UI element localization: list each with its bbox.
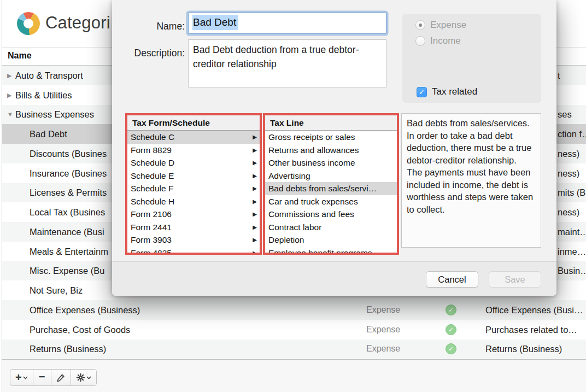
category-description: ness): [558, 207, 579, 218]
tax-line-item-label: Gross receipts or sales: [268, 132, 355, 142]
category-name: Misc. Expense (Bu: [30, 266, 105, 276]
tax-line-item[interactable]: Returns and allowances: [265, 144, 397, 157]
category-name: Local Tax (Busines: [30, 207, 105, 218]
category-name: Discounts (Busines: [30, 148, 107, 159]
tax-form-item-label: Schedule D: [131, 158, 174, 167]
table-row[interactable]: Office Expenses (Business) Expense ✓ Off…: [2, 300, 586, 320]
tax-form-item[interactable]: Schedule F ▶: [127, 182, 260, 195]
tax-line-description-box: Bad debts from sales/services. In order …: [401, 113, 541, 248]
submenu-arrow-icon: ▶: [253, 131, 257, 144]
submenu-arrow-icon: ▶: [253, 233, 257, 247]
tax-form-item[interactable]: Form 4835 ▶: [127, 247, 260, 254]
tax-form-list: Schedule C ▶ Form 8829 ▶ Schedule D ▶: [127, 131, 260, 253]
category-name: Purchase, Cost of Goods: [30, 324, 130, 335]
category-name: Maintenance (Busi: [30, 226, 104, 237]
submenu-arrow-icon: ▶: [253, 182, 257, 195]
edit-category-button[interactable]: [51, 370, 71, 385]
disclosure-triangle-icon[interactable]: ▼: [7, 111, 16, 118]
income-radio: [415, 36, 425, 46]
remove-category-button[interactable]: −: [33, 370, 51, 385]
tax-form-item[interactable]: Schedule D ▶: [127, 156, 260, 169]
tax-form-item-label: Form 8829: [131, 145, 172, 155]
category-description: ness): [558, 148, 579, 159]
minus-icon: −: [39, 371, 45, 382]
category-type: Expense: [366, 344, 400, 354]
pencil-icon: [56, 373, 66, 382]
tax-related-label: Tax related: [432, 86, 477, 97]
category-name: Bills & Utilities: [15, 90, 72, 100]
description-label: Description:: [112, 48, 185, 59]
add-category-button[interactable]: +: [10, 370, 33, 385]
income-radio-label: Income: [430, 36, 461, 46]
category-name: Licenses & Permits: [30, 188, 107, 198]
tax-related-row: ✓ Tax related: [417, 86, 477, 97]
table-row[interactable]: Returns (Business) Expense ✓ Returns (Bu…: [2, 340, 586, 359]
tax-form-item[interactable]: Schedule E ▶: [127, 169, 260, 183]
tax-form-item-label: Schedule E: [131, 171, 174, 180]
category-name: Auto & Transport: [15, 70, 83, 80]
disclosure-triangle-icon[interactable]: ▶: [7, 72, 16, 79]
tax-line-item-label: Bad debts from sales/servi…: [268, 184, 377, 193]
toolbar-button-group: + −: [10, 369, 97, 386]
category-name: Insurance (Busines: [30, 168, 107, 178]
income-radio-row: Income: [415, 36, 461, 46]
tax-line-item[interactable]: Employee benefit programs: [265, 247, 397, 254]
tax-form-item-label: Form 3903: [131, 235, 172, 244]
tax-line-item-label: Returns and allowances: [268, 145, 359, 155]
chevron-down-icon: [23, 376, 28, 379]
description-textarea[interactable]: Bad Debt deduction from a true debtor-cr…: [188, 39, 386, 87]
tax-related-check-badge: ✓: [446, 324, 456, 335]
category-description: t: [558, 70, 560, 80]
tax-form-item[interactable]: Schedule H ▶: [127, 195, 260, 208]
selected-text: Bad Debt: [192, 15, 238, 30]
gear-icon: [76, 373, 85, 382]
tax-line-item[interactable]: Gross receipts or sales: [265, 131, 397, 144]
tax-form-item-label: Schedule C: [131, 132, 174, 142]
category-description: Busin…: [558, 266, 586, 276]
disclosure-triangle-icon[interactable]: ▶: [7, 91, 16, 98]
tax-form-item-label: Form 2106: [131, 209, 172, 219]
tax-form-item-label: Form 4835: [131, 248, 172, 254]
submenu-arrow-icon: ▶: [253, 247, 257, 254]
tax-form-item[interactable]: Form 3903 ▶: [127, 233, 260, 247]
tax-form-item-label: Form 2441: [131, 223, 172, 232]
tax-line-item[interactable]: Depletion: [265, 233, 397, 247]
tax-line-list-highlighted: Tax Line Gross receipts or sales Returns…: [263, 113, 399, 255]
name-label: Name:: [112, 21, 185, 32]
category-type: Expense: [366, 325, 400, 335]
tax-line-item[interactable]: Contract labor: [265, 221, 397, 234]
category-description: mits (B…: [558, 188, 586, 198]
tax-form-item[interactable]: Schedule C ▶: [127, 131, 260, 144]
tax-line-item[interactable]: Bad debts from sales/servi…: [265, 182, 397, 195]
category-description: maint…: [558, 226, 586, 237]
expense-radio-label: Expense: [430, 20, 466, 31]
tax-form-item[interactable]: Form 2106 ▶: [127, 208, 260, 221]
chevron-down-icon: [86, 376, 91, 379]
cancel-button[interactable]: Cancel: [426, 271, 478, 288]
category-name: Meals & Entertainm: [30, 246, 108, 256]
tax-line-item[interactable]: Car and truck expenses: [265, 195, 397, 208]
tax-form-list-header: Tax Form/Schedule: [127, 115, 260, 131]
name-column-header[interactable]: Name: [8, 51, 32, 61]
tax-form-item-label: Schedule F: [131, 184, 173, 193]
save-button[interactable]: Save: [489, 271, 541, 288]
submenu-arrow-icon: ▶: [253, 169, 257, 183]
tax-form-item[interactable]: Form 8829 ▶: [127, 144, 260, 157]
submenu-arrow-icon: ▶: [253, 195, 257, 208]
tax-line-item[interactable]: Other business income: [265, 156, 397, 169]
tax-related-checkbox[interactable]: ✓: [417, 87, 427, 97]
tax-line-item[interactable]: Commissions and fees: [265, 208, 397, 221]
tax-form-item[interactable]: Form 2441 ▶: [127, 221, 260, 234]
tax-line-item-label: Advertising: [268, 171, 310, 180]
category-description: ses: [558, 109, 572, 120]
category-description: Returns (Business): [485, 344, 562, 354]
category-name: Business Expenses: [15, 109, 94, 120]
name-input[interactable]: Bad Debt: [188, 13, 386, 34]
table-row[interactable]: Purchase, Cost of Goods Expense ✓ Purcha…: [2, 320, 586, 340]
tax-related-check-badge: ✓: [446, 343, 456, 354]
actions-gear-button[interactable]: [71, 370, 96, 385]
tax-line-item[interactable]: Advertising: [265, 169, 397, 183]
tax-line-list: Gross receipts or sales Returns and allo…: [265, 131, 397, 253]
category-type: Expense: [366, 305, 400, 315]
category-description: inme…: [558, 246, 586, 256]
